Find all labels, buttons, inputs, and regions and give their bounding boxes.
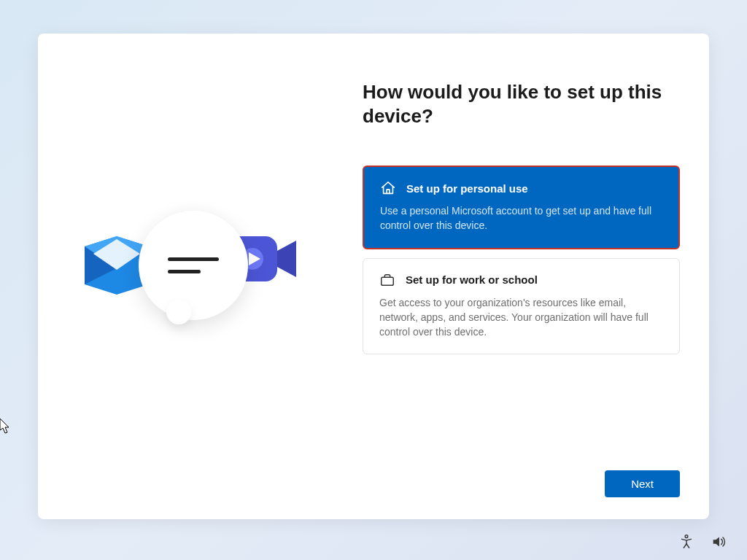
page-title: How would you like to set up this device… xyxy=(363,80,680,128)
option-description: Get access to your organization's resour… xyxy=(379,295,663,340)
next-button[interactable]: Next xyxy=(605,470,680,497)
mouse-cursor xyxy=(0,419,12,435)
content-pane: How would you like to set up this device… xyxy=(355,34,709,519)
volume-icon[interactable] xyxy=(711,534,727,550)
setup-options: Set up for personal use Use a personal M… xyxy=(363,166,680,354)
svg-marker-10 xyxy=(0,419,9,433)
system-tray xyxy=(678,534,727,550)
option-personal-use[interactable]: Set up for personal use Use a personal M… xyxy=(363,166,680,249)
briefcase-icon xyxy=(379,272,395,288)
option-title: Set up for work or school xyxy=(406,273,538,286)
svg-point-8 xyxy=(685,535,688,538)
oobe-window: How would you like to set up this device… xyxy=(38,34,709,519)
accessibility-icon[interactable] xyxy=(678,534,694,550)
home-icon xyxy=(380,180,396,196)
illustration-pane xyxy=(38,34,355,519)
setup-illustration xyxy=(80,203,314,349)
option-work-school[interactable]: Set up for work or school Get access to … xyxy=(363,258,680,355)
option-description: Use a personal Microsoft account to get … xyxy=(380,203,662,233)
chat-bubble-icon xyxy=(139,211,248,320)
option-title: Set up for personal use xyxy=(406,182,528,195)
footer: Next xyxy=(363,456,680,497)
svg-rect-7 xyxy=(382,277,394,285)
svg-marker-9 xyxy=(713,537,719,547)
